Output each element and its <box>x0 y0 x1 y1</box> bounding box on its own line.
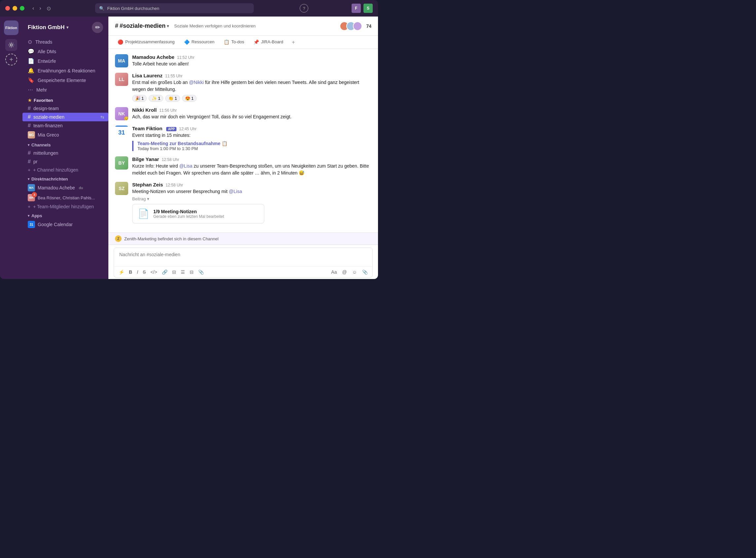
close-button[interactable] <box>5 6 10 10</box>
code-button[interactable]: </> <box>148 268 159 276</box>
channel-item-team-finanzen[interactable]: # team-finanzen <box>23 121 108 130</box>
reaction-heart-eyes[interactable]: 😍 1 <box>182 95 197 102</box>
channel-item-mitteilungen[interactable]: # mitteilungen <box>23 149 108 157</box>
minimize-button[interactable] <box>12 6 17 10</box>
indent-button[interactable]: ⊟ <box>188 268 195 276</box>
forward-button[interactable]: › <box>38 4 42 13</box>
sidebar-item-drafts[interactable]: 📄 Entwürfe <box>23 56 108 66</box>
format-button[interactable]: Aa <box>329 268 339 276</box>
sidebar-icon-secondary[interactable] <box>5 39 17 51</box>
reaction-sparkles[interactable]: ✨ 1 <box>149 95 163 102</box>
channel-item-pr[interactable]: # pr <box>23 157 108 166</box>
mamadou-msg-avatar[interactable]: MA <box>115 54 128 68</box>
sidebar-item-more[interactable]: ⋯ Mehr <box>23 85 108 95</box>
workspace-icon-fiktion[interactable]: Fiktion <box>4 21 19 35</box>
member-avatars[interactable] <box>340 22 362 31</box>
workspace-name[interactable]: Fiktion GmbH ▾ <box>28 24 69 31</box>
maximize-button[interactable] <box>20 6 24 10</box>
emoji-button[interactable]: ☺ <box>350 268 359 276</box>
doc-card[interactable]: 📄 1/9 Meeting-Notizen Gerade eben zum le… <box>132 204 264 224</box>
link-button[interactable]: 🔗 <box>160 268 170 276</box>
channel-name: soziale-medien <box>33 115 64 120</box>
favorites-section-label: ★ Favoriten <box>23 95 108 104</box>
user-avatar[interactable]: F <box>351 4 361 13</box>
sidebar-item-mentions[interactable]: 🔔 Erwähnungen & Reaktionen <box>23 66 108 75</box>
dm-item-bea[interactable]: BR 3 Bea Rösner, Christian Pahls... <box>23 193 108 203</box>
bilge-msg-avatar[interactable]: BY <box>115 156 128 170</box>
channel-item-soziale-medien[interactable]: # soziale-medien ⇆ <box>23 113 108 121</box>
reaction-confetti[interactable]: 🎉 1 <box>132 95 147 102</box>
workspace-chevron-icon: ▾ <box>67 25 69 30</box>
title-bar: ‹ › ⊙ 🔍 Fiktion GmbH durchsuchen ? F S <box>0 0 378 17</box>
add-workspace-button[interactable]: + <box>5 54 17 66</box>
dm-section-toggle[interactable]: ▾ Direktnachrichten <box>23 174 108 183</box>
channel-title[interactable]: # #soziale-medien ▾ <box>115 23 169 29</box>
beitrag-label[interactable]: Beitrag ▾ <box>132 196 371 201</box>
add-team-member-button[interactable]: + + Team-Mitglieder hinzufügen <box>23 203 108 210</box>
sender-name[interactable]: Mamadou Achebe <box>132 54 175 60</box>
tab-jira-board[interactable]: 📌 JIRA-Board <box>250 37 287 47</box>
bold-button[interactable]: B <box>127 268 134 276</box>
sender-name[interactable]: Stephan Zeis <box>132 182 163 187</box>
nikki-msg-avatar[interactable]: NK 😊 <box>115 107 128 120</box>
unread-badge: 3 <box>32 192 37 197</box>
nikki-msg-content: Nikki Kroll 11:56 Uhr Ach, das war mir d… <box>132 107 371 120</box>
back-button[interactable]: ‹ <box>31 4 35 13</box>
sender-name[interactable]: Bilge Yanar <box>132 156 159 162</box>
channels-section-toggle[interactable]: ▾ Channels <box>23 140 108 149</box>
message-input-box[interactable]: ⚡ B I S </> 🔗 ⊟ ☰ ⊟ 📎 Aa @ ☺ 📎 <box>114 248 373 278</box>
dm-item-mamadou[interactable]: MA Mamadou Achebe du <box>23 183 108 193</box>
icon-sidebar: Fiktion + <box>0 17 23 279</box>
upload-button[interactable]: 📎 <box>360 268 370 276</box>
message-text: Meeting-Notizen von unserer Besprechung … <box>132 188 371 195</box>
input-toolbar: ⚡ B I S </> 🔗 ⊟ ☰ ⊟ 📎 Aa @ ☺ 📎 <box>114 267 372 277</box>
tab-ressourcen[interactable]: 🔷 Ressourcen <box>180 37 218 47</box>
message-input[interactable] <box>114 248 372 265</box>
google-calendar-icon: 31 <box>28 221 35 228</box>
channel-item-design-team[interactable]: # design-team <box>23 104 108 113</box>
tab-todos[interactable]: 📋 To-dos <box>220 37 248 47</box>
lightning-button[interactable]: ⚡ <box>116 268 126 276</box>
help-button[interactable]: ? <box>300 4 308 12</box>
tab-projektzusammenfassung[interactable]: 🔴 Projektzusammenfassung <box>114 37 179 47</box>
history-button[interactable]: ⊙ <box>45 4 52 13</box>
unordered-list-button[interactable]: ☰ <box>179 268 187 276</box>
sender-name[interactable]: Nikki Kroll <box>132 107 157 113</box>
event-title[interactable]: Team-Meeting zur Bestandsaufnahme 📋 <box>137 141 371 146</box>
doc-subtitle: Gerade eben zum letzten Mal bearbeitet <box>153 214 224 219</box>
compose-button[interactable]: ✏ <box>92 22 103 33</box>
italic-button[interactable]: I <box>135 268 140 276</box>
doc-info: 1/9 Meeting-Notizen Gerade eben zum letz… <box>153 209 224 219</box>
tab-add-button[interactable]: + <box>288 37 298 47</box>
messages-area[interactable]: MA Mamadou Achebe 11:52 Uhr Tolle Arbeit… <box>108 49 378 232</box>
ordered-list-button[interactable]: ⊟ <box>170 268 178 276</box>
hash-icon: # <box>28 150 31 156</box>
search-bar[interactable]: 🔍 Fiktion GmbH durchsuchen <box>95 3 254 13</box>
channel-description: Soziale Medien verfolgen und koordiniere… <box>174 23 255 28</box>
sidebar-item-all-dms[interactable]: 💬 Alle DMs <box>23 47 108 56</box>
attach-button[interactable]: 📎 <box>196 268 206 276</box>
stephan-msg-avatar[interactable]: SZ <box>115 182 128 195</box>
lisa-msg-avatar[interactable]: LL <box>115 73 128 86</box>
strikethrough-button[interactable]: S <box>141 268 148 276</box>
reaction-clap[interactable]: 👏 1 <box>165 95 180 102</box>
mention-nikki[interactable]: @Nikki <box>189 80 204 85</box>
team-fiktion-msg-content: Team Fiktion APP 12:45 Uhr Event startin… <box>132 126 371 151</box>
apps-section-toggle[interactable]: ▾ Apps <box>23 210 108 220</box>
sidebar-item-mentions-label: Erwähnungen & Reaktionen <box>38 68 95 73</box>
add-channel-button[interactable]: + + Channel hinzufügen <box>23 166 108 174</box>
status-avatar[interactable]: S <box>363 4 373 13</box>
member-count[interactable]: 74 <box>366 23 371 29</box>
hash-icon: # <box>28 159 31 164</box>
mention-lisa[interactable]: @Lisa <box>179 163 192 169</box>
tab-label: JIRA-Board <box>261 39 283 44</box>
sidebar-header: Fiktion GmbH ▾ ✏ <box>23 17 108 37</box>
dm-item-mia-greco[interactable]: MG Mia Greco <box>23 130 108 140</box>
sender-name[interactable]: Lisa Laurenz <box>132 73 162 78</box>
mention-button[interactable]: @ <box>340 268 348 276</box>
sidebar-item-threads[interactable]: ⊙ Threads <box>23 37 108 47</box>
sidebar-item-saved[interactable]: 🔖 Gespeicherte Elemente <box>23 75 108 85</box>
mention-lisa[interactable]: @Lisa <box>229 189 242 194</box>
app-item-google-calendar[interactable]: 31 Google Calendar <box>23 220 108 229</box>
sender-name[interactable]: Team Fiktion <box>132 126 162 131</box>
